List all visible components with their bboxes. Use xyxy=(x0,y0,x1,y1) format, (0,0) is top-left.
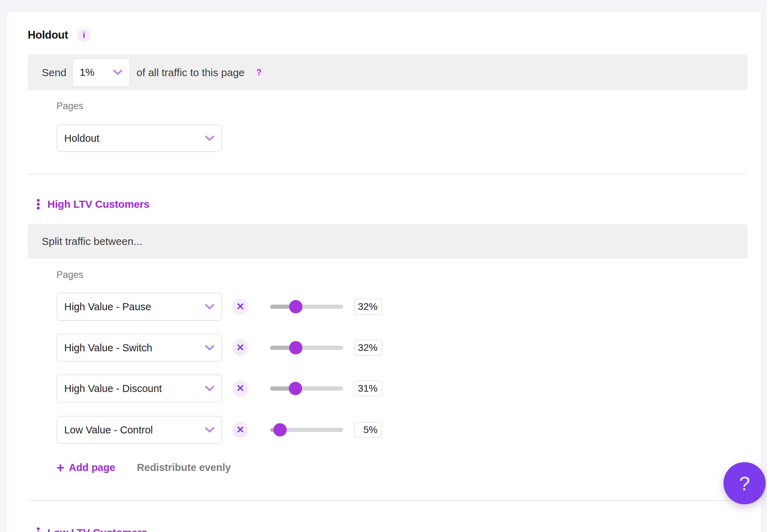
add-page-button[interactable]: + Add page xyxy=(56,462,115,473)
holdout-percent-value: 1% xyxy=(80,67,94,78)
holdout-page-value: Holdout xyxy=(64,133,99,144)
remove-page-icon[interactable]: ✕ xyxy=(232,380,248,397)
section-header-high-ltv: High LTV Customers xyxy=(36,198,149,211)
percent-value[interactable]: 31% xyxy=(354,380,382,397)
holdout-traffic-bar: Send 1% of all traffic to this page ? xyxy=(28,54,748,91)
percent-value[interactable]: 5% xyxy=(354,422,382,438)
page-row: Low Value - Control ✕ 5% xyxy=(56,416,382,444)
page-select-value: High Value - Discount xyxy=(64,383,162,394)
slider-thumb[interactable] xyxy=(273,423,287,437)
info-icon[interactable]: i xyxy=(77,28,91,42)
plus-icon: + xyxy=(56,463,64,473)
help-icon[interactable]: ? xyxy=(253,67,265,79)
holdout-percent-select[interactable]: 1% xyxy=(72,58,130,87)
chevron-down-icon xyxy=(205,345,214,351)
remove-page-icon[interactable]: ✕ xyxy=(232,422,248,438)
traffic-settings-card: Holdout i Send 1% of all traffic to this… xyxy=(6,11,761,532)
chevron-down-icon xyxy=(205,135,214,141)
add-page-label: Add page xyxy=(69,462,115,473)
section-title[interactable]: Low LTV Customers xyxy=(47,527,147,532)
traffic-slider[interactable] xyxy=(270,341,343,354)
chevron-down-icon xyxy=(205,304,214,310)
help-fab-button[interactable]: ? xyxy=(723,462,766,504)
slider-thumb[interactable] xyxy=(289,341,302,354)
chevron-down-icon xyxy=(205,427,214,433)
chevron-down-icon xyxy=(205,386,214,392)
page-title: Holdout xyxy=(28,29,68,41)
redistribute-evenly-button[interactable]: Redistribute evenly xyxy=(137,462,231,473)
send-suffix-label: of all traffic to this page xyxy=(136,67,245,79)
section-divider xyxy=(28,174,748,174)
page-actions: + Add page Redistribute evenly xyxy=(56,462,231,473)
split-traffic-bar: Split traffic between... xyxy=(28,224,748,259)
page-select-value: High Value - Switch xyxy=(64,342,152,354)
pages-label: Pages xyxy=(56,270,84,280)
percent-value[interactable]: 32% xyxy=(354,299,382,315)
pages-label: Pages xyxy=(56,101,84,112)
page-row: High Value - Pause ✕ 32% xyxy=(56,293,382,321)
send-label: Send xyxy=(42,67,66,79)
slider-thumb[interactable] xyxy=(289,382,302,395)
traffic-slider[interactable] xyxy=(270,423,343,437)
page-select[interactable]: High Value - Switch xyxy=(56,334,222,362)
traffic-slider[interactable] xyxy=(270,300,343,313)
page-select-value: Low Value - Control xyxy=(64,424,153,436)
percent-value[interactable]: 32% xyxy=(354,340,382,356)
page-select-value: High Value - Pause xyxy=(64,301,151,313)
holdout-page-select[interactable]: Holdout xyxy=(56,125,222,152)
section-divider xyxy=(28,500,748,501)
remove-page-icon[interactable]: ✕ xyxy=(232,340,248,356)
chevron-down-icon xyxy=(113,69,122,75)
remove-page-icon[interactable]: ✕ xyxy=(232,299,248,315)
page-select[interactable]: Low Value - Control xyxy=(56,416,222,444)
split-traffic-label: Split traffic between... xyxy=(42,235,142,247)
slider-thumb[interactable] xyxy=(289,300,302,313)
drag-handle-icon[interactable] xyxy=(36,526,40,532)
page-select[interactable]: High Value - Pause xyxy=(56,293,222,321)
drag-handle-icon[interactable] xyxy=(36,198,40,211)
section-title[interactable]: High LTV Customers xyxy=(47,198,149,210)
section-header-low-ltv: Low LTV Customers xyxy=(36,526,147,532)
holdout-header: Holdout i xyxy=(28,28,91,42)
page-row: High Value - Discount ✕ 31% xyxy=(56,374,382,403)
traffic-slider[interactable] xyxy=(270,382,343,395)
page-select[interactable]: High Value - Discount xyxy=(56,374,222,403)
page-row: High Value - Switch ✕ 32% xyxy=(56,334,382,362)
